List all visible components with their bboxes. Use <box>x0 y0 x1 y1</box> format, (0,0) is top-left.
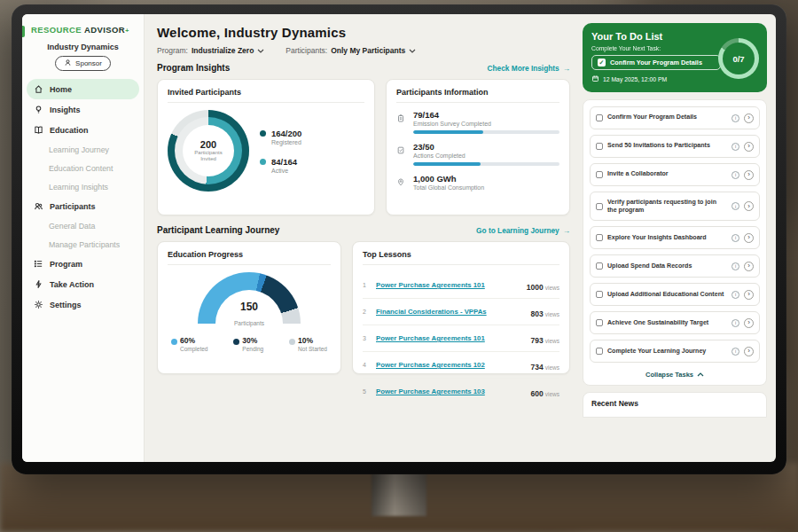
chevron-right-icon[interactable]: › <box>744 170 754 180</box>
lesson-row[interactable]: 5 Power Purchase Agreements 103 600views <box>363 379 559 404</box>
participants-select[interactable]: Participants: Only My Participants <box>286 46 416 55</box>
task-checkbox[interactable] <box>596 143 603 150</box>
home-icon <box>33 84 43 94</box>
progress-fill <box>413 130 483 134</box>
lesson-row[interactable]: 4 Power Purchase Agreements 102 734views <box>363 352 559 379</box>
sidebar-item-learning-journey[interactable]: Learning Journey <box>22 140 144 159</box>
collapse-tasks-link[interactable]: Collapse Tasks <box>590 368 760 382</box>
sidebar-item-insights[interactable]: Insights <box>22 99 144 120</box>
todo-task-row[interactable]: Verify participants requesting to join t… <box>590 192 760 221</box>
arrow-right-icon: → <box>563 226 570 235</box>
program-select[interactable]: Program: Industrialize Zero <box>157 46 264 55</box>
task-checkbox[interactable] <box>596 203 603 210</box>
sidebar: RESOURCE ADVISOR+ Industry Dynamics Spon… <box>22 14 145 462</box>
chevron-right-icon[interactable]: › <box>744 113 754 123</box>
todo-task-row[interactable]: Complete Your Learning Journey i › <box>590 340 760 363</box>
sidebar-item-general-data[interactable]: General Data <box>22 216 144 235</box>
task-checkbox[interactable] <box>596 348 603 355</box>
actions-icon <box>396 142 406 166</box>
task-checkbox[interactable] <box>596 171 603 178</box>
program-label: Program: <box>157 46 188 55</box>
main-content: Welcome, Industry Dynamics Program: Indu… <box>145 14 583 462</box>
monitor-bezel: RESOURCE ADVISOR+ Industry Dynamics Spon… <box>12 4 786 474</box>
filter-bar: Program: Industrialize Zero Participants… <box>157 46 570 55</box>
chevron-right-icon[interactable]: › <box>744 347 754 356</box>
sponsor-badge[interactable]: Sponsor <box>55 56 111 71</box>
role-badge-row: Sponsor <box>22 56 144 71</box>
lesson-link[interactable]: Power Purchase Agreements 101 <box>376 281 521 289</box>
task-checkbox[interactable] <box>596 114 603 121</box>
participants-label: Participants: <box>286 46 327 55</box>
progress-bar <box>413 162 559 166</box>
invited-participants-card: Invited Participants 200 Participants In… <box>157 79 375 215</box>
learning-journey-cards: Education Progress 150 Participants 60 <box>157 241 570 374</box>
chevron-right-icon[interactable]: › <box>744 201 754 211</box>
todo-task-row[interactable]: Upload Additional Educational Content i … <box>590 283 760 306</box>
logo-accent-bar <box>22 26 25 37</box>
chevron-right-icon[interactable]: › <box>744 290 754 300</box>
metric-value: 1,000 GWh <box>413 174 559 184</box>
metric-row: 23/50 Actions Completed <box>396 142 559 166</box>
task-label: Upload Spend Data Records <box>607 262 727 270</box>
todo-progress-ring: 0/7 <box>718 38 759 79</box>
task-checkbox[interactable] <box>596 234 603 241</box>
task-checkbox[interactable] <box>596 319 603 326</box>
next-task-button[interactable]: ✓ Confirm Your Program Details <box>591 55 721 70</box>
recent-news-header[interactable]: Recent News <box>583 392 767 418</box>
sidebar-item-participants[interactable]: Participants <box>22 196 144 216</box>
card-title: Invited Participants <box>168 88 364 103</box>
lesson-link[interactable]: Power Purchase Agreements 102 <box>376 361 526 369</box>
section-title: Participant Learning Journey <box>157 225 279 235</box>
arrow-right-icon: → <box>563 64 570 73</box>
todo-task-row[interactable]: Confirm Your Program Details i › <box>590 106 760 129</box>
lesson-row[interactable]: 3 Power Purchase Agreements 101 793views <box>363 325 559 352</box>
task-checkbox[interactable] <box>596 262 603 270</box>
todo-task-row[interactable]: Send 50 Invitations to Participants i › <box>590 135 760 158</box>
survey-icon <box>396 110 406 134</box>
sidebar-item-learning-insights[interactable]: Learning Insights <box>22 177 144 196</box>
todo-task-row[interactable]: Explore Your Insights Dashboard i › <box>590 226 760 249</box>
task-checkbox[interactable] <box>596 291 603 298</box>
todo-task-row[interactable]: Upload Spend Data Records i › <box>590 254 760 278</box>
sidebar-item-education[interactable]: Education <box>22 120 144 140</box>
todo-task-row[interactable]: Achieve One Sustainability Target i › <box>590 311 760 334</box>
participants-value: Only My Participants <box>331 46 405 55</box>
sidebar-item-take-action[interactable]: Take Action <box>22 274 144 294</box>
sidebar-item-manage-participants[interactable]: Manage Participants <box>22 235 144 254</box>
legend-label: Completed <box>180 346 207 352</box>
sponsor-label: Sponsor <box>75 59 102 67</box>
lesson-row[interactable]: 2 Financial Considerations - VPPAs 803vi… <box>363 299 559 325</box>
sidebar-item-education-content[interactable]: Education Content <box>22 159 144 177</box>
chevron-right-icon[interactable]: › <box>744 142 754 152</box>
lesson-views: 600views <box>531 384 559 400</box>
check-more-insights-link[interactable]: Check More Insights → <box>488 64 570 73</box>
todo-task-row[interactable]: Invite a Collaborator i › <box>590 163 760 186</box>
gauge-center: 150 Participants <box>198 301 301 329</box>
todo-panel: Your To Do List Complete Your Next Task:… <box>583 14 776 462</box>
lesson-link[interactable]: Financial Considerations - VPPAs <box>376 308 526 316</box>
sidebar-item-settings[interactable]: Settings <box>22 294 144 315</box>
chevron-up-icon <box>697 371 704 379</box>
legend-item-completed: 60% Completed <box>171 336 207 352</box>
lesson-link[interactable]: Power Purchase Agreements 101 <box>376 334 526 342</box>
chevron-right-icon[interactable]: › <box>744 318 754 328</box>
lesson-link[interactable]: Power Purchase Agreements 103 <box>376 387 526 395</box>
list-icon <box>33 259 43 269</box>
people-icon <box>33 201 43 211</box>
sidebar-item-home[interactable]: Home <box>27 79 139 99</box>
bolt-icon <box>33 279 43 289</box>
lesson-row[interactable]: 1 Power Purchase Agreements 101 1000view… <box>363 272 559 299</box>
lesson-views: 793views <box>531 331 559 347</box>
sidebar-item-program[interactable]: Program <box>22 254 144 274</box>
chevron-right-icon[interactable]: › <box>744 233 754 243</box>
info-icon: i <box>732 171 739 179</box>
lesson-rank: 5 <box>363 388 371 395</box>
collapse-label: Collapse Tasks <box>645 371 693 379</box>
calendar-icon <box>591 74 599 83</box>
location-pin-icon <box>396 174 406 194</box>
legend-dot <box>260 159 266 165</box>
chevron-right-icon[interactable]: › <box>744 262 754 271</box>
go-to-learning-journey-link[interactable]: Go to Learning Journey → <box>476 226 570 235</box>
info-icon: i <box>732 143 739 151</box>
task-label: Send 50 Invitations to Participants <box>607 142 727 150</box>
